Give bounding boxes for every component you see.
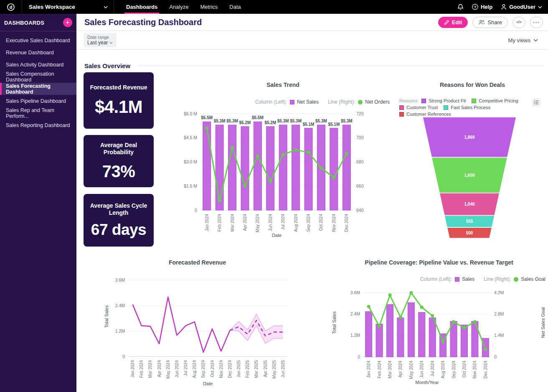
svg-text:$5.2M: $5.2M [264,120,276,125]
svg-text:Dec 2024: Dec 2024 [344,214,349,232]
forecasted_revenue-svg: 3.6M2.4M1.2M0Jan 2024Feb 2024Mar 2024Apr… [102,272,292,391]
svg-text:$5.5M: $5.5M [201,115,213,120]
svg-text:Apr 2025: Apr 2025 [263,360,268,377]
pipeline-coverage-chart[interactable]: Pipeline Coverage: Pipeline Value vs. Re… [330,259,548,391]
kpi-average-sales-cycle[interactable]: Average Sales Cycle Length 67 days [84,194,154,247]
svg-text:2.8M: 2.8M [494,311,504,316]
chevron-down-icon [533,39,538,42]
svg-text:3.6M: 3.6M [115,277,125,283]
app-logo[interactable]: d [0,0,22,14]
my-views-label: My views [508,37,530,43]
svg-text:Jun 2025: Jun 2025 [281,360,285,378]
workspace-selector[interactable]: Sales Workspace [22,0,114,14]
svg-text:May 2024: May 2024 [409,361,414,379]
notifications-bell-icon[interactable] [457,4,464,10]
sidebar-item-sales-rep-team[interactable]: Sales Rep and Team Perform... [0,107,76,119]
svg-text:May 2024: May 2024 [166,360,170,379]
help-menu[interactable]: ? Help [472,4,492,10]
legend-item-line[interactable]: Sales Goal [514,276,545,282]
legend-config-button[interactable] [532,98,540,107]
embed-code-button[interactable]: </> [512,17,525,28]
svg-text:$5.3M: $5.3M [290,119,302,123]
legend-item-column[interactable]: Net Sales [290,99,319,105]
svg-text:1.2M: 1.2M [115,328,125,333]
section-header: Sales Overview [84,62,544,69]
kpi-average-deal-probability[interactable]: Average Deal Probability 73% [84,135,154,187]
sidebar-item-sales-compensation[interactable]: Sales Compensation Dashboard [0,71,76,83]
date-range-value: Last year [87,40,108,46]
date-range-filter[interactable]: Date range Last year [84,33,117,47]
svg-text:660: 660 [356,183,364,188]
sidebar-item-revenue[interactable]: Revenue Dashboard [0,46,76,59]
page-title: Sales Forecasting Dashboard [84,18,202,27]
legend-item[interactable]: Fast Sales Process [444,105,490,110]
sidebar-title: DASHBOARDS [4,20,44,26]
sidebar-item-sales-reporting[interactable]: Sales Reporting Dashboard [0,119,76,131]
svg-text:Nov 2024: Nov 2024 [472,361,477,379]
pipeline_coverage-svg: 3.6M2.4M1.2M04.2M2.8M1.4M0Jan 2024Feb 20… [330,286,548,391]
segment-swatch [444,105,448,110]
svg-text:680: 680 [356,159,364,164]
kpi-forecasted-revenue[interactable]: Forecasted Revenue $4.1M [84,72,154,129]
legend-item[interactable]: Customer Trust [399,105,438,110]
nav-tab-metrics[interactable]: Metrics [194,0,223,14]
legend-item[interactable]: Competitive Pricing [472,98,518,103]
sidebar-item-executive-sales[interactable]: Executive Sales Dashboard [0,34,76,46]
svg-text:$5.5M: $5.5M [252,115,264,120]
funnel-plot: 1,8691,6501,040555500 [397,114,548,244]
edit-button[interactable]: Edit [438,17,468,28]
pipeline-legend: Column (Left):SalesLine (Right):Sales Go… [420,276,545,282]
svg-text:$5.3M: $5.3M [341,119,353,123]
chart-title: Sales Trend [175,81,391,88]
sales-trend-plot: $6.0 M$4.5 M$3.0 M$1.5 M0720700680660640… [175,107,391,244]
nav-tab-analyze[interactable]: Analyze [163,0,194,14]
sales_trend-svg: $6.0 M$4.5 M$3.0 M$1.5 M0720700680660640… [175,107,391,242]
kpi-title: Average Deal Probability [88,142,150,156]
svg-text:$5.3M: $5.3M [315,119,327,123]
svg-text:Oct 2024: Oct 2024 [319,214,323,231]
svg-text:Sep 2024: Sep 2024 [452,361,456,379]
svg-text:1.4M: 1.4M [494,333,504,338]
column-swatch [290,100,294,104]
share-button[interactable]: Share [472,17,508,28]
legend-item-line[interactable]: Net Orders [358,99,390,105]
filter-bar: Date range Last year My views [76,31,548,50]
svg-text:Jun 2024: Jun 2024 [175,360,179,378]
legend-column-label: Column (Left): [255,99,287,105]
sidebar-item-sales-activity[interactable]: Sales Activity Dashboard [0,59,76,71]
svg-text:1,869: 1,869 [464,135,474,140]
svg-text:Dec 2024: Dec 2024 [483,361,488,379]
legend-item[interactable]: Strong Product Fit [421,98,466,103]
svg-text:$3.0 M: $3.0 M [184,159,197,164]
svg-text:Jun 2024: Jun 2024 [419,361,424,378]
svg-text:Aug 2024: Aug 2024 [294,214,298,232]
svg-text:Aug 2024: Aug 2024 [441,361,445,379]
my-views-selector[interactable]: My views [508,37,538,43]
add-dashboard-button[interactable]: + [63,18,72,27]
svg-text:Sep 2024: Sep 2024 [201,360,206,378]
help-label: Help [481,4,492,10]
user-label: GoodUser [509,4,535,10]
svg-text:4.2M: 4.2M [494,290,504,295]
help-icon: ? [472,4,478,10]
sidebar-item-sales-forecasting[interactable]: Sales Forecasting Dashboard [0,83,76,95]
svg-text:Sep 2024: Sep 2024 [306,214,311,232]
nav-tab-data[interactable]: Data [223,0,246,14]
user-menu[interactable]: GoodUser [501,4,542,10]
sales-trend-chart[interactable]: Sales Trend Column (Left):Net SalesLine … [175,81,391,244]
svg-text:$5.3M: $5.3M [277,119,289,123]
svg-text:0: 0 [494,354,497,359]
svg-text:$6.0 M: $6.0 M [184,111,197,116]
more-options-button[interactable]: ··· [530,17,543,28]
chart-title: Reasons for Won Deals [397,81,548,88]
chart-title: Forecasted Revenue [102,259,292,266]
legend-item-column[interactable]: Sales [455,276,474,282]
legend-column-label: Column (Left): [420,276,452,282]
sidebar-item-sales-pipeline[interactable]: Sales Pipeline Dashboard [0,95,76,107]
nav-tab-dashboards[interactable]: Dashboards [120,0,163,14]
svg-text:0: 0 [195,208,197,213]
svg-text:2.4M: 2.4M [350,311,360,316]
won-reasons-funnel-chart[interactable]: Reasons for Won Deals Reasons:Strong Pro… [397,81,548,244]
forecasted-revenue-chart[interactable]: Forecasted Revenue 3.6M2.4M1.2M0Jan 2024… [102,259,292,391]
svg-text:Mar 2024: Mar 2024 [388,361,392,379]
